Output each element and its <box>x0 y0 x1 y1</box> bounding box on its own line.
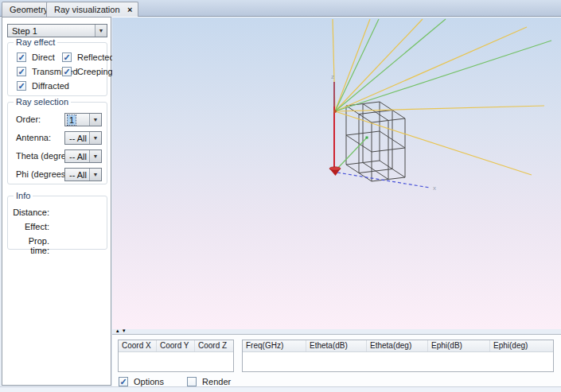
chevron-down-icon: ▼ <box>95 25 107 37</box>
options-checkbox-box[interactable]: ✓ <box>119 377 128 386</box>
antenna-label: Antenna: <box>16 133 51 142</box>
checkbox-reflected-label: Reflected <box>77 52 114 62</box>
checkbox-direct-box[interactable]: ✓ <box>17 52 26 62</box>
checkbox-reflected[interactable]: ✓ Reflected <box>62 52 115 62</box>
checkbox-direct-label: Direct <box>32 52 55 62</box>
effect-label: Effect: <box>11 222 49 231</box>
chevron-down-icon: ▼ <box>89 132 101 144</box>
3d-viewport[interactable]: zx <box>112 17 561 329</box>
phi-label: Phi (degrees): <box>16 169 71 179</box>
svg-text:x: x <box>433 184 436 192</box>
coord-z-header[interactable]: Coord Z <box>195 340 233 351</box>
chevron-down-icon: ▼ <box>89 150 101 162</box>
step-selector-value: Step 1 <box>10 26 39 36</box>
checkbox-diffracted-box[interactable]: ✓ <box>17 81 26 91</box>
checkbox-diffracted-label: Diffracted <box>32 81 69 91</box>
step-selector[interactable]: Step 1 ▼ <box>7 24 107 37</box>
freq-header[interactable]: Freq(GHz) <box>243 340 306 351</box>
tab-ray-visualization[interactable]: Ray visualization × <box>46 2 138 17</box>
checkbox-diffracted[interactable]: ✓ Diffracted <box>17 80 69 91</box>
order-value: 1 <box>68 115 76 125</box>
ephi-db-header[interactable]: Ephi(dB) <box>428 340 490 351</box>
coord-table: Coord X Coord Y Coord Z <box>118 340 234 372</box>
coord-x-header[interactable]: Coord X <box>119 340 157 351</box>
status-bar <box>0 386 561 392</box>
theta-select[interactable]: -- All -- ▼ <box>64 149 102 163</box>
splitter-collapse-icon[interactable]: ▴ <box>116 328 119 334</box>
ephi-deg-header[interactable]: Ephi(deg) <box>490 340 553 351</box>
chevron-down-icon: ▼ <box>89 114 101 126</box>
checkbox-reflected-box[interactable]: ✓ <box>62 52 72 62</box>
checkbox-direct[interactable]: ✓ Direct <box>17 52 55 62</box>
render-checkbox-box[interactable] <box>187 377 197 386</box>
ray-selection-title: Ray selection <box>14 97 71 107</box>
checkbox-transmitted-box[interactable]: ✓ <box>17 67 26 76</box>
order-select[interactable]: 1 ▼ <box>64 113 102 126</box>
prop-time-label: Prop. time: <box>11 236 49 255</box>
checkbox-creeping-label: Creeping <box>77 67 113 76</box>
options-checkbox-label: Options <box>134 377 164 386</box>
scene-svg: zx <box>112 17 561 329</box>
field-table: Freq(GHz) Etheta(dB) Etheta(deg) Ephi(dB… <box>242 340 554 372</box>
close-icon[interactable]: × <box>127 5 132 14</box>
ray-selection-group: Ray selection Order: 1 ▼ Antenna: -- All… <box>7 102 107 184</box>
antenna-select[interactable]: -- All -- ▼ <box>64 131 102 145</box>
info-group: Info Distance: Effect: Prop. time: <box>7 196 107 250</box>
bottom-panel: Coord X Coord Y Coord Z Freq(GHz) Etheta… <box>112 334 561 386</box>
checkbox-creeping-box[interactable]: ✓ <box>62 67 72 76</box>
render-checkbox-label: Render <box>202 377 231 386</box>
ray-effect-group: Ray effect ✓ Direct ✓ Reflected ✓ Transm… <box>7 42 107 96</box>
ray-effect-title: Ray effect <box>14 37 57 47</box>
distance-label: Distance: <box>11 208 49 217</box>
etheta-deg-header[interactable]: Etheta(deg) <box>367 340 428 351</box>
options-checkbox[interactable]: ✓ Options <box>119 376 164 386</box>
checkbox-creeping[interactable]: ✓ Creeping <box>62 66 113 76</box>
svg-text:z: z <box>331 73 334 80</box>
etheta-db-header[interactable]: Etheta(dB) <box>306 340 367 351</box>
coord-y-header[interactable]: Coord Y <box>157 340 195 351</box>
splitter-expand-icon[interactable]: ▾ <box>123 328 126 334</box>
phi-select[interactable]: -- All -- ▼ <box>64 168 102 181</box>
order-label: Order: <box>16 114 41 124</box>
chevron-down-icon: ▼ <box>89 169 101 180</box>
field-table-body[interactable] <box>243 352 553 371</box>
render-checkbox[interactable]: Render <box>187 376 231 386</box>
info-title: Info <box>14 191 33 200</box>
tab-ray-visualization-label: Ray visualization <box>54 5 120 14</box>
sidebar: Step 1 ▼ Ray effect ✓ Direct ✓ Reflected… <box>2 17 111 386</box>
coord-table-body[interactable] <box>119 352 233 371</box>
tab-bar: Geometry Ray visualization × <box>0 0 561 17</box>
